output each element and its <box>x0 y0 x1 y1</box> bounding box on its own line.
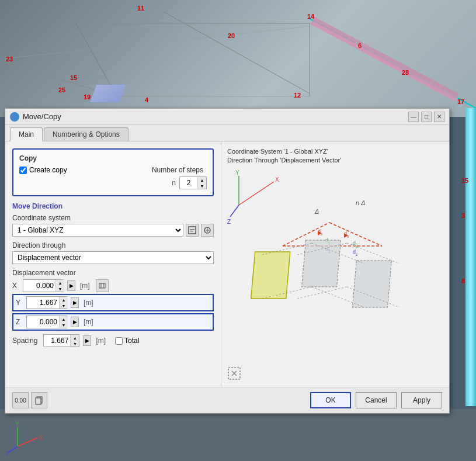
spacing-spin-up[interactable]: ▲ <box>71 335 79 341</box>
vp-num-19: 19 <box>84 93 91 100</box>
svg-rect-56 <box>36 398 41 404</box>
steps-row: Number of steps <box>152 166 207 174</box>
vp-num-4: 4 <box>145 96 148 103</box>
dialog-footer: 0.00 OK Cancel Apply <box>5 387 449 413</box>
z-input[interactable] <box>27 317 59 327</box>
z-arrow-btn[interactable]: ▶ <box>71 317 79 327</box>
vp-num-6: 6 <box>358 42 362 49</box>
titlebar-buttons: — □ ✕ <box>408 112 444 122</box>
z-spin: ▲ ▼ <box>59 316 68 328</box>
copy-section-label: Copy <box>19 154 207 162</box>
z-spin-down[interactable]: ▼ <box>60 322 68 328</box>
create-copy-row: Create copy <box>19 166 67 174</box>
z-label: Z <box>16 318 23 326</box>
svg-rect-19 <box>190 231 193 232</box>
direction-through-select[interactable]: Displacement vector <box>12 251 214 264</box>
y-spin-up[interactable]: ▲ <box>60 297 68 303</box>
tab-numbering-options[interactable]: Numbering & Options <box>44 127 128 141</box>
left-panel: Copy Create copy Number of steps n <box>5 141 221 387</box>
x-icon-btn[interactable] <box>96 279 109 292</box>
steps-input[interactable] <box>180 178 197 188</box>
svg-text:Y: Y <box>15 421 19 427</box>
coord-system-select[interactable]: 1 - Global XYZ <box>12 224 183 237</box>
displacement-label: Displacement vector <box>12 269 214 277</box>
cancel-button[interactable]: Cancel <box>356 392 397 408</box>
vp-num-20: 20 <box>228 32 235 39</box>
x-spin-up[interactable]: ▲ <box>56 280 64 286</box>
total-label: Total <box>124 337 139 345</box>
z-row: Z ▲ ▼ ▶ [m] <box>12 313 214 331</box>
total-checkbox[interactable] <box>115 337 123 345</box>
steps-spin-down[interactable]: ▼ <box>198 183 206 189</box>
z-input-container: ▲ ▼ <box>26 316 67 328</box>
total-checkbox-row: Total <box>115 337 139 345</box>
x-spin-down[interactable]: ▼ <box>56 286 64 292</box>
svg-text:n·Δ: n·Δ <box>356 199 366 206</box>
create-copy-label: Create copy <box>29 166 67 174</box>
vp-num-3: 3 <box>461 212 465 219</box>
steps-spin-buttons: ▲ ▼ <box>197 177 206 189</box>
z-spin-up[interactable]: ▲ <box>60 316 68 322</box>
close-button[interactable]: ✕ <box>434 112 444 122</box>
apply-button[interactable]: Apply <box>401 392 442 408</box>
vp-num-15: 15 <box>70 74 77 81</box>
xyz-inputs: X ▲ ▼ ▶ [m] <box>12 279 214 331</box>
maximize-button[interactable]: □ <box>421 112 432 122</box>
coord-system-label: Coordinate system <box>12 214 214 222</box>
y-arrow-btn[interactable]: ▶ <box>71 297 79 308</box>
svg-rect-18 <box>190 229 194 230</box>
bottom-viewport: X Y Z <box>0 409 476 461</box>
svg-text:Δ: Δ <box>314 208 319 215</box>
svg-line-7 <box>6 26 310 58</box>
n-label: n <box>172 179 176 187</box>
svg-line-28 <box>230 205 239 217</box>
direction-through-label: Direction through <box>12 241 214 249</box>
x-arrow-btn[interactable]: ▶ <box>67 280 75 291</box>
vp-num-12: 12 <box>294 92 301 99</box>
steps-spin-up[interactable]: ▲ <box>198 177 206 183</box>
vp-num-8: 8 <box>461 278 465 285</box>
svg-text:X: X <box>39 435 43 441</box>
svg-rect-43 <box>251 252 290 299</box>
spacing-spin: ▲ ▼ <box>70 335 79 346</box>
move-direction-label: Move Direction <box>12 202 214 210</box>
vp-num-25: 25 <box>58 86 65 93</box>
spacing-spin-down[interactable]: ▼ <box>71 341 79 346</box>
dialog-icon <box>10 112 19 122</box>
vp-num-23: 23 <box>6 56 13 63</box>
y-input[interactable] <box>27 298 59 307</box>
x-unit: [m] <box>80 282 90 290</box>
zero-btn[interactable]: 0.00 <box>12 392 29 408</box>
y-spin-down[interactable]: ▼ <box>60 303 68 309</box>
dialog-titlebar: Move/Copy — □ ✕ <box>5 109 449 125</box>
spacing-input[interactable] <box>44 336 70 345</box>
svg-text:Z: Z <box>227 219 231 225</box>
copy-row: Create copy Number of steps <box>19 166 207 174</box>
tab-bar: Main Numbering & Options <box>5 125 449 141</box>
coord-icon-btn2[interactable] <box>201 224 214 237</box>
y-label: Y <box>16 299 23 307</box>
right-panel: Coordinate System '1 - Global XYZ' Direc… <box>221 141 449 387</box>
svg-rect-21 <box>99 283 105 288</box>
svg-line-11 <box>18 438 38 446</box>
svg-text:dz: dz <box>353 249 358 257</box>
spacing-arrow-btn[interactable]: ▶ <box>83 335 91 346</box>
vp-num-28: 28 <box>402 69 409 76</box>
coord-system-row: 1 - Global XYZ <box>12 224 214 237</box>
tab-main[interactable]: Main <box>10 127 43 141</box>
spacing-unit: [m] <box>96 337 106 345</box>
ok-button[interactable]: OK <box>310 392 351 408</box>
minimize-button[interactable]: — <box>408 112 419 122</box>
create-copy-checkbox[interactable] <box>19 167 27 174</box>
copy-btn[interactable] <box>31 392 47 408</box>
preview-icon[interactable] <box>227 366 241 382</box>
preview-label: Coordinate System '1 - Global XYZ' Direc… <box>227 147 443 165</box>
y-unit: [m] <box>84 299 93 307</box>
coord-icon-btn1[interactable] <box>186 224 199 237</box>
svg-text:X: X <box>275 176 279 183</box>
dialog-title: Move/Copy <box>23 112 405 121</box>
svg-line-6 <box>164 12 310 93</box>
z-unit: [m] <box>84 318 93 326</box>
copy-section: Copy Create copy Number of steps n <box>12 148 214 196</box>
x-input[interactable] <box>23 281 55 290</box>
